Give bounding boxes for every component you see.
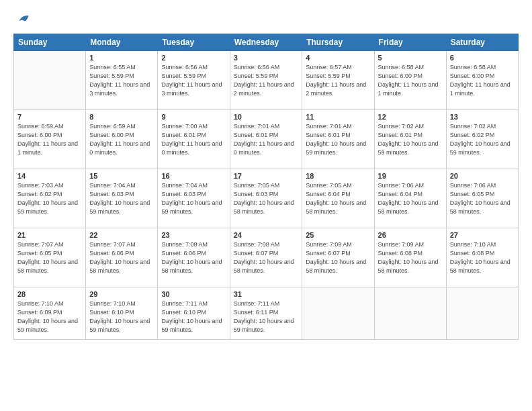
day-number: 7	[17, 113, 82, 121]
day-number: 22	[89, 231, 154, 239]
day-number: 18	[306, 172, 370, 180]
day-number: 29	[89, 290, 154, 298]
calendar-cell: 28Sunrise: 7:10 AMSunset: 6:09 PMDayligh…	[14, 287, 86, 340]
calendar-page: Sunday Monday Tuesday Wednesday Thursday…	[0, 0, 532, 411]
calendar-cell: 30Sunrise: 7:11 AMSunset: 6:10 PMDayligh…	[158, 287, 230, 340]
day-info: Sunrise: 6:58 AMSunset: 6:00 PMDaylight:…	[378, 63, 443, 98]
day-number: 8	[89, 113, 154, 121]
day-info: Sunrise: 6:58 AMSunset: 6:00 PMDaylight:…	[450, 63, 515, 98]
day-info: Sunrise: 7:09 AMSunset: 6:07 PMDaylight:…	[306, 240, 370, 275]
day-number: 5	[378, 54, 443, 62]
day-info: Sunrise: 7:08 AMSunset: 6:07 PMDaylight:…	[234, 240, 299, 275]
calendar-cell: 4Sunrise: 6:57 AMSunset: 5:59 PMDaylight…	[302, 51, 374, 110]
day-info: Sunrise: 7:00 AMSunset: 6:01 PMDaylight:…	[161, 122, 226, 157]
day-info: Sunrise: 7:05 AMSunset: 6:04 PMDaylight:…	[306, 181, 370, 216]
day-number: 17	[234, 172, 299, 180]
day-number: 15	[89, 172, 154, 180]
day-number: 16	[161, 172, 226, 180]
day-number: 23	[161, 231, 226, 239]
day-number: 3	[234, 54, 299, 62]
day-info: Sunrise: 7:09 AMSunset: 6:08 PMDaylight:…	[378, 240, 443, 275]
calendar-cell	[374, 287, 446, 340]
day-info: Sunrise: 6:56 AMSunset: 5:59 PMDaylight:…	[234, 63, 299, 98]
calendar-cell: 25Sunrise: 7:09 AMSunset: 6:07 PMDayligh…	[302, 228, 374, 287]
calendar-cell: 20Sunrise: 7:06 AMSunset: 6:05 PMDayligh…	[446, 169, 518, 228]
day-number: 26	[378, 231, 443, 239]
day-info: Sunrise: 7:11 AMSunset: 6:10 PMDaylight:…	[161, 300, 226, 334]
day-number: 14	[17, 172, 82, 180]
calendar-cell: 12Sunrise: 7:02 AMSunset: 6:01 PMDayligh…	[374, 110, 446, 169]
day-info: Sunrise: 7:10 AMSunset: 6:10 PMDaylight:…	[89, 300, 154, 334]
header-sunday: Sunday	[14, 34, 86, 51]
calendar-cell	[14, 51, 86, 110]
calendar-cell: 27Sunrise: 7:10 AMSunset: 6:08 PMDayligh…	[446, 228, 518, 287]
calendar-cell: 6Sunrise: 6:58 AMSunset: 6:00 PMDaylight…	[446, 51, 518, 110]
day-info: Sunrise: 7:02 AMSunset: 6:01 PMDaylight:…	[378, 122, 443, 157]
calendar-cell	[446, 287, 518, 340]
day-info: Sunrise: 6:57 AMSunset: 5:59 PMDaylight:…	[306, 63, 370, 98]
day-info: Sunrise: 6:59 AMSunset: 6:00 PMDaylight:…	[17, 122, 82, 157]
calendar-cell: 15Sunrise: 7:04 AMSunset: 6:03 PMDayligh…	[86, 169, 158, 228]
header-tuesday: Tuesday	[158, 34, 230, 51]
calendar-cell: 26Sunrise: 7:09 AMSunset: 6:08 PMDayligh…	[374, 228, 446, 287]
header-wednesday: Wednesday	[230, 34, 302, 51]
day-info: Sunrise: 7:10 AMSunset: 6:08 PMDaylight:…	[450, 240, 515, 275]
calendar-table: Sunday Monday Tuesday Wednesday Thursday…	[13, 34, 519, 340]
calendar-cell: 3Sunrise: 6:56 AMSunset: 5:59 PMDaylight…	[230, 51, 302, 110]
header-saturday: Saturday	[446, 34, 518, 51]
day-number: 6	[450, 54, 515, 62]
calendar-cell: 11Sunrise: 7:01 AMSunset: 6:01 PMDayligh…	[302, 110, 374, 169]
calendar-cell: 29Sunrise: 7:10 AMSunset: 6:10 PMDayligh…	[86, 287, 158, 340]
day-number: 10	[234, 113, 299, 121]
day-info: Sunrise: 7:07 AMSunset: 6:06 PMDaylight:…	[89, 240, 154, 275]
day-info: Sunrise: 7:04 AMSunset: 6:03 PMDaylight:…	[89, 181, 154, 216]
day-info: Sunrise: 6:56 AMSunset: 5:59 PMDaylight:…	[161, 63, 226, 98]
day-info: Sunrise: 7:01 AMSunset: 6:01 PMDaylight:…	[234, 122, 299, 157]
calendar-cell: 7Sunrise: 6:59 AMSunset: 6:00 PMDaylight…	[14, 110, 86, 169]
calendar-cell: 8Sunrise: 6:59 AMSunset: 6:00 PMDaylight…	[86, 110, 158, 169]
calendar-cell: 2Sunrise: 6:56 AMSunset: 5:59 PMDaylight…	[158, 51, 230, 110]
calendar-cell: 21Sunrise: 7:07 AMSunset: 6:05 PMDayligh…	[14, 228, 86, 287]
calendar-cell: 13Sunrise: 7:02 AMSunset: 6:02 PMDayligh…	[446, 110, 518, 169]
day-info: Sunrise: 7:08 AMSunset: 6:06 PMDaylight:…	[161, 240, 226, 275]
calendar-cell: 31Sunrise: 7:11 AMSunset: 6:11 PMDayligh…	[230, 287, 302, 340]
calendar-cell: 9Sunrise: 7:00 AMSunset: 6:01 PMDaylight…	[158, 110, 230, 169]
calendar-cell: 17Sunrise: 7:05 AMSunset: 6:03 PMDayligh…	[230, 169, 302, 228]
day-number: 11	[306, 113, 370, 121]
header-thursday: Thursday	[302, 34, 374, 51]
day-number: 25	[306, 231, 370, 239]
day-number: 27	[450, 231, 515, 239]
header-friday: Friday	[374, 34, 446, 51]
day-number: 13	[450, 113, 515, 121]
logo-bird-icon	[15, 12, 30, 27]
calendar-cell: 1Sunrise: 6:55 AMSunset: 5:59 PMDaylight…	[86, 51, 158, 110]
header	[13, 12, 519, 27]
day-info: Sunrise: 7:11 AMSunset: 6:11 PMDaylight:…	[234, 300, 299, 334]
day-info: Sunrise: 6:55 AMSunset: 5:59 PMDaylight:…	[89, 63, 154, 98]
calendar-cell: 24Sunrise: 7:08 AMSunset: 6:07 PMDayligh…	[230, 228, 302, 287]
calendar-cell: 19Sunrise: 7:06 AMSunset: 6:04 PMDayligh…	[374, 169, 446, 228]
day-info: Sunrise: 6:59 AMSunset: 6:00 PMDaylight:…	[89, 122, 154, 157]
day-number: 4	[306, 54, 370, 62]
day-info: Sunrise: 7:05 AMSunset: 6:03 PMDaylight:…	[234, 181, 299, 216]
day-number: 1	[89, 54, 154, 62]
day-info: Sunrise: 7:04 AMSunset: 6:03 PMDaylight:…	[161, 181, 226, 216]
day-info: Sunrise: 7:06 AMSunset: 6:04 PMDaylight:…	[378, 181, 443, 216]
weekday-header-row: Sunday Monday Tuesday Wednesday Thursday…	[14, 34, 519, 51]
day-info: Sunrise: 7:03 AMSunset: 6:02 PMDaylight:…	[17, 181, 82, 216]
header-monday: Monday	[86, 34, 158, 51]
calendar-cell: 22Sunrise: 7:07 AMSunset: 6:06 PMDayligh…	[86, 228, 158, 287]
day-number: 28	[17, 290, 82, 298]
logo	[13, 12, 30, 27]
day-info: Sunrise: 7:10 AMSunset: 6:09 PMDaylight:…	[17, 300, 82, 334]
day-number: 19	[378, 172, 443, 180]
calendar-cell: 16Sunrise: 7:04 AMSunset: 6:03 PMDayligh…	[158, 169, 230, 228]
calendar-cell: 10Sunrise: 7:01 AMSunset: 6:01 PMDayligh…	[230, 110, 302, 169]
day-number: 24	[234, 231, 299, 239]
calendar-cell: 18Sunrise: 7:05 AMSunset: 6:04 PMDayligh…	[302, 169, 374, 228]
day-info: Sunrise: 7:06 AMSunset: 6:05 PMDaylight:…	[450, 181, 515, 216]
day-info: Sunrise: 7:01 AMSunset: 6:01 PMDaylight:…	[306, 122, 370, 157]
day-number: 20	[450, 172, 515, 180]
day-number: 30	[161, 290, 226, 298]
calendar-cell	[302, 287, 374, 340]
